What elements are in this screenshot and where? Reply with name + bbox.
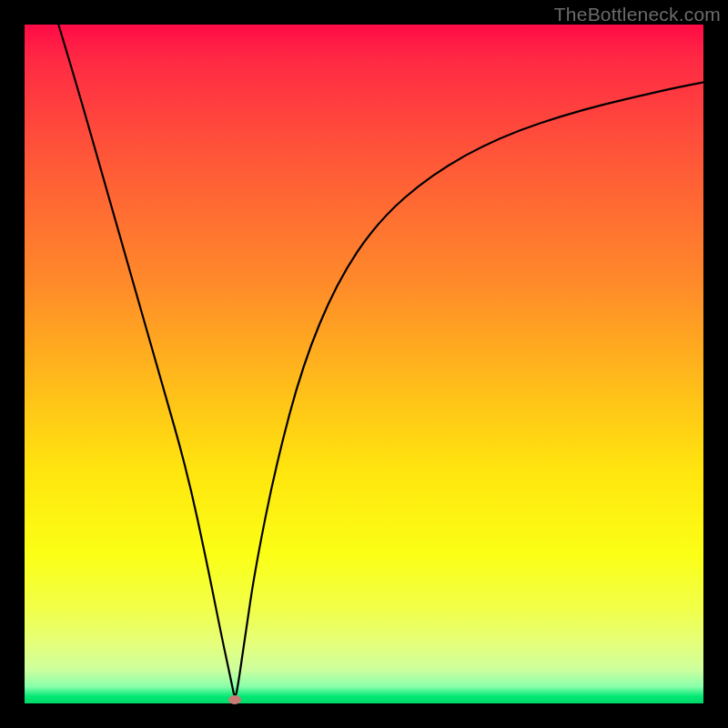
chart-frame: TheBottleneck.com [0,0,728,728]
plot-area [25,25,703,703]
bottleneck-curve [25,25,703,703]
watermark-text: TheBottleneck.com [554,4,721,25]
